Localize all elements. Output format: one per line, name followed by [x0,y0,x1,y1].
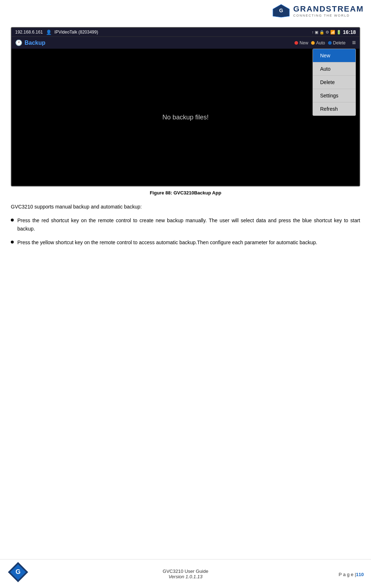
battery-icon: 🔋 [336,30,341,35]
signal-icon: ↑ [312,30,314,34]
bullet-dot-2 [11,241,14,243]
footer-center: GVC3210 User Guide Version 1.0.1.13 [163,569,208,579]
page-label: P a g e | [339,572,356,577]
device-statusbar: 192.168.6.161 👤 IPVideoTalk (8203499) ↑ … [12,28,359,36]
svg-text:G: G [279,8,283,13]
dropdown-item-auto[interactable]: Auto [313,62,355,76]
body-intro: GVC3210 supports manual backup and autom… [11,203,360,211]
footer-version: Version 1.0.1.13 [163,574,208,579]
lock-icon: 🔒 [319,30,324,35]
backup-app-icon: 🕐 [15,39,22,46]
dropdown-menu[interactable]: New Auto Delete Settings Refresh [313,49,356,116]
wifi-icon: 📶 [330,30,335,35]
app-content: No backup files! New Auto Delete Setting… [12,49,359,186]
bullet-item-2: Press the yellow shortcut key on the rem… [11,238,360,246]
dropdown-item-delete[interactable]: Delete [313,76,355,89]
red-dot [294,41,298,45]
svg-text:G: G [16,568,21,575]
footer-diamond-icon: G [7,561,29,583]
shortcut-delete[interactable]: Delete [328,40,346,45]
no-backup-message: No backup files! [162,114,209,121]
yellow-dot [311,41,315,45]
bullet-dot-1 [11,219,14,221]
dropdown-item-refresh[interactable]: Refresh [313,102,355,115]
dropdown-item-settings[interactable]: Settings [313,89,355,102]
dropdown-item-new[interactable]: New [313,49,355,62]
menu-icon[interactable]: ≡ [352,39,356,47]
grandstream-logo-icon: G [272,4,290,18]
bullet-list: Press the red shortcut key on the remote… [11,216,360,246]
bullet-item-1: Press the red shortcut key on the remote… [11,216,360,233]
page-number: 110 [356,572,364,577]
network-icon: ▣ [315,30,318,35]
shortcut-new[interactable]: New [294,40,308,45]
footer-page: P a g e |110 [339,572,364,577]
footer-title: GVC3210 User Guide [163,569,208,574]
app-title-area: 🕐 Backup [15,39,291,46]
footer-logo: G [7,561,29,584]
body-text: GVC3210 supports manual backup and autom… [11,203,360,247]
brand-name: GRANDSTREAM [293,4,364,14]
blue-dot [328,41,332,45]
page-header: G GRANDSTREAM CONNECTING THE WORLD [0,0,371,20]
logo-text: GRANDSTREAM CONNECTING THE WORLD [293,4,364,17]
app-header: 🕐 Backup New Auto Delete ≡ [12,36,359,49]
device-screenshot: 192.168.6.161 👤 IPVideoTalk (8203499) ↑ … [11,27,360,187]
app-title: Backup [25,40,45,46]
shortcut-auto[interactable]: Auto [311,40,325,45]
bullet-text-1: Press the red shortcut key on the remote… [17,216,360,233]
user-icon: 👤 [46,30,52,35]
figure-caption: Figure 88: GVC3210Backup App [0,190,371,196]
statusbar-left: 192.168.6.161 👤 IPVideoTalk (8203499) [15,30,98,35]
device-ip: 192.168.6.161 [15,30,43,35]
bullet-text-2: Press the yellow shortcut key on the rem… [17,238,317,246]
statusbar-right: ↑ ▣ 🔒 ⚙ 📶 🔋 16:18 [312,29,356,35]
device-time: 16:18 [343,29,356,35]
logo-area: G GRANDSTREAM CONNECTING THE WORLD [272,4,364,18]
brand-tagline: CONNECTING THE WORLD [293,14,364,17]
status-icons: ↑ ▣ 🔒 ⚙ 📶 🔋 [312,30,342,35]
username: IPVideoTalk (8203499) [54,30,98,35]
bt-icon: ⚙ [326,30,329,35]
page-footer: G GVC3210 User Guide Version 1.0.1.13 P … [0,559,371,588]
shortcut-buttons: New Auto Delete ≡ [294,39,356,47]
